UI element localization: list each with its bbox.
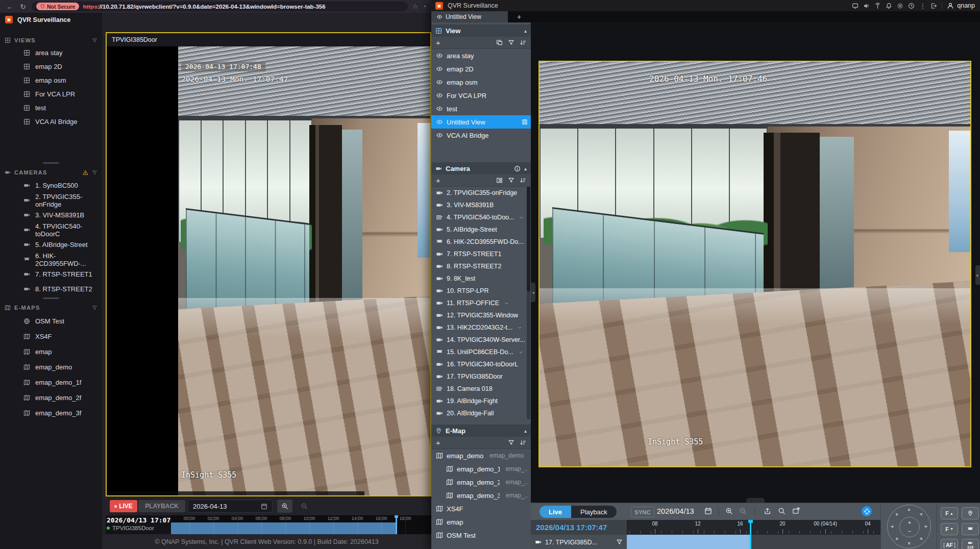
camera-panel-header[interactable]: Camera ▴ xyxy=(431,162,531,174)
cameras-filter-icon[interactable] xyxy=(92,170,97,176)
browser-back-button[interactable]: ← xyxy=(5,3,14,11)
camera-list-item[interactable]: 11. RTSP-OFFICE xyxy=(431,297,531,309)
panel-collapse-handle[interactable]: ▸ xyxy=(975,265,980,285)
sidebar-camera-item[interactable]: 6. HIK-2CD3955FWD-... xyxy=(0,252,102,267)
sidebar-view-item[interactable]: For VCA LPR xyxy=(0,87,102,101)
camera-filter-icon[interactable] xyxy=(508,177,514,184)
focus-far-button[interactable]: F▲ xyxy=(941,523,958,535)
video-viewport[interactable]: 2026-04-13 17:07:48 2026-04-13 Mon. 17:0… xyxy=(107,46,430,495)
view-list-item[interactable]: emap 2D xyxy=(431,62,531,76)
emap-list-item[interactable]: emap_demo_3femap_... xyxy=(431,489,531,502)
panel-collapse-handle[interactable]: ◂ xyxy=(531,283,535,302)
calendar-icon[interactable] xyxy=(704,507,712,515)
timeline-camera-row[interactable]: 17. TPVIGI385D... xyxy=(531,535,627,549)
not-secure-badge[interactable]: Not Secure xyxy=(36,3,79,10)
auto-patrol-button[interactable] xyxy=(962,523,979,535)
view-list-item[interactable]: For VCA LPR xyxy=(431,89,531,102)
camera-row-filter-icon[interactable] xyxy=(616,539,623,545)
locate-play-position-icon[interactable] xyxy=(862,506,872,516)
browser-menu-icon[interactable]: ◔ xyxy=(422,3,426,10)
emap-filter-icon[interactable] xyxy=(508,439,514,446)
sidebar-emap-item[interactable]: emap xyxy=(0,344,102,359)
add-camera-button[interactable]: + xyxy=(436,176,440,185)
camera-view-toggle-icon[interactable] xyxy=(496,177,503,184)
view-list-item[interactable]: emap osm xyxy=(431,76,531,89)
view-tab[interactable]: Untitled View xyxy=(431,11,508,22)
emap-sort-icon[interactable] xyxy=(520,439,526,446)
sidebar-camera-item[interactable]: 4. TPVIGIC540-toDoorC xyxy=(0,222,102,237)
sidebar-camera-item[interactable]: 8. RTSP-STREET2 xyxy=(0,282,102,296)
notifications-icon[interactable] xyxy=(886,3,892,9)
view-list-item[interactable]: test xyxy=(431,102,531,115)
export-icon[interactable] xyxy=(764,507,771,515)
address-bar[interactable]: Not Secure https://10.20.71.82/qvrwebcli… xyxy=(32,2,408,11)
emap-list-item[interactable]: emap_demoemap_demo xyxy=(431,449,531,462)
sidebar-view-item[interactable]: emap osm xyxy=(0,73,102,87)
camera-list-item[interactable]: 5. AIBridge-Street xyxy=(431,223,531,236)
sidebar-emap-item[interactable]: OSM Test xyxy=(0,313,102,329)
emaps-filter-icon[interactable] xyxy=(92,305,97,311)
timeline-zoom-in-icon[interactable] xyxy=(725,507,733,515)
view-list-item[interactable]: Untitled View xyxy=(431,115,531,129)
sidebar-emap-item[interactable]: emap_demo_2f xyxy=(0,390,102,405)
timeline-collapse-handle[interactable] xyxy=(746,498,765,503)
camera-list-item[interactable]: 20. AIBridge-Fall xyxy=(431,407,531,419)
ptz-down-arrow[interactable]: ▲ xyxy=(907,541,912,546)
recording-bar[interactable] xyxy=(171,522,396,534)
emap-panel-header[interactable]: E-Map ▴ xyxy=(431,425,531,437)
sidebar-view-item[interactable]: VCA AI Bridge xyxy=(0,115,102,129)
ptz-zoom-out[interactable]: − xyxy=(900,529,919,534)
timeline-zoom-out-icon[interactable] xyxy=(739,507,747,515)
ptz-left-arrow[interactable]: ▲ xyxy=(890,525,894,529)
add-emap-button[interactable]: + xyxy=(436,438,440,447)
timeline-bar-area[interactable] xyxy=(627,535,880,549)
ptz-zoom-control[interactable]: + − xyxy=(899,517,920,537)
sidebar-view-item[interactable]: area stay xyxy=(0,46,102,60)
speaker-icon[interactable] xyxy=(863,3,870,9)
camera-list-item[interactable]: 2. TPVIGIC355-onFridge xyxy=(431,187,531,199)
user-menu[interactable]: qnanp xyxy=(947,2,975,9)
playhead[interactable] xyxy=(396,515,397,534)
camera-list-item[interactable]: 7. RTSP-STREET1 xyxy=(431,248,531,260)
emap-list-item[interactable]: XS4F xyxy=(431,502,531,515)
ptz-zoom-in[interactable]: + xyxy=(900,520,919,526)
scrollbar-thumb[interactable] xyxy=(527,187,530,291)
sidebar-camera-item[interactable]: 7. RTSP-STREET1 xyxy=(0,267,102,282)
playback-toggle[interactable]: Playback xyxy=(571,506,617,518)
logout-icon[interactable] xyxy=(930,3,937,9)
expand-chevron-icon[interactable] xyxy=(518,326,522,330)
collapse-chevron-icon[interactable]: ▴ xyxy=(524,166,527,171)
camera-list-item[interactable]: 6. HIK-2CD3955FWD-Do... xyxy=(431,236,531,248)
add-view-button[interactable]: + xyxy=(436,38,440,47)
sidebar-view-item[interactable]: emap 2D xyxy=(0,60,102,73)
timeline[interactable]: 2026/04/13 17:07:4 TPVIGI385Door 00:0002… xyxy=(106,515,431,534)
camera-list-item[interactable]: 17. TPVIGI385Door xyxy=(431,370,531,383)
ptz-up-left-arrow[interactable]: ▲ xyxy=(893,511,900,517)
emap-list-item[interactable]: emap xyxy=(431,515,531,529)
views-filter-icon[interactable] xyxy=(92,38,97,43)
camera-list-item[interactable]: 13. HIK2CD2043G2-t... xyxy=(431,321,531,334)
ptz-pad[interactable]: ▲ ▲ ▲ ▲ ▲ ▲ ▲ ▲ + − xyxy=(887,505,931,548)
ptz-down-right-arrow[interactable]: ▲ xyxy=(918,536,925,542)
camera-list-item[interactable]: 12. TPVIGIC355-Window xyxy=(431,309,531,321)
info-icon[interactable] xyxy=(514,165,521,172)
video-tile[interactable]: 2026-04-13 Mon. 17:07:46 InSight S355 xyxy=(538,61,971,467)
expand-chevron-icon[interactable] xyxy=(504,301,509,306)
camera-list-item[interactable]: 10. RTSP-LPR xyxy=(431,285,531,297)
collapse-chevron-icon[interactable]: ▴ xyxy=(524,428,527,434)
browser-reload-button[interactable]: ↻ xyxy=(18,3,28,11)
date-value[interactable]: 2026/04/13 xyxy=(657,507,694,515)
camera-list-item[interactable]: 19. AIBridge-Fight xyxy=(431,395,531,407)
sync-button[interactable]: SYNC xyxy=(631,507,654,517)
timeline-ruler[interactable]: 0812162000 (04/14)04 xyxy=(627,520,880,535)
duplicate-view-icon[interactable] xyxy=(496,39,503,46)
view-filter-icon[interactable] xyxy=(508,39,514,46)
camera-list-item[interactable]: 3. VIV-MS8391B xyxy=(431,199,531,211)
expand-chevron-icon[interactable] xyxy=(519,215,524,220)
clock-icon[interactable] xyxy=(908,3,915,9)
playhead[interactable] xyxy=(750,520,751,549)
recording-bar[interactable] xyxy=(627,535,751,549)
playback-button[interactable]: PLAYBACK xyxy=(138,500,185,512)
sidebar-emap-item[interactable]: emap_demo xyxy=(0,359,102,375)
save-view-icon[interactable] xyxy=(522,119,528,125)
